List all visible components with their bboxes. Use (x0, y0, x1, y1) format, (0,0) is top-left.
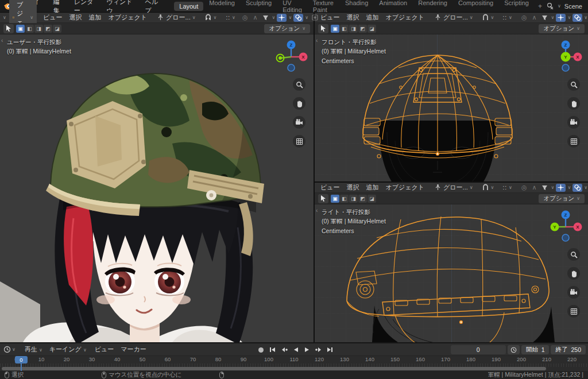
current-frame-field[interactable]: 0 (451, 345, 506, 354)
proportional-edit-icon[interactable]: ◎ (519, 13, 529, 22)
workspace-tab[interactable]: Animation (374, 0, 412, 14)
viewport-menu-item[interactable]: 選択 (66, 13, 86, 22)
proportional-edit-icon[interactable]: ◎ (519, 183, 529, 192)
select-intersect-button[interactable]: ◪ (53, 25, 61, 33)
workspace-tab-active[interactable]: Layout (174, 2, 203, 11)
show-gizmo-toggle[interactable] (556, 184, 566, 192)
toggle-grid-icon[interactable] (567, 305, 580, 318)
pivot-dropdown[interactable]: ::∨ (500, 184, 514, 191)
timeline-menu-item[interactable]: ビュー (91, 345, 118, 354)
select-set-button[interactable]: ▣ (331, 195, 339, 203)
navigation-gizmo[interactable]: Z X Y (549, 39, 582, 72)
viewport-main-canvas[interactable]: ‹ ユーザー・平行投影 (0) 軍帽 | MilitaryHelmet Z X (0, 34, 314, 342)
play-reverse-button[interactable] (291, 345, 300, 354)
navigation-gizmo[interactable]: Z X (274, 39, 308, 72)
viewport-menu-item[interactable]: 追加 (363, 183, 382, 192)
jump-to-end-button[interactable] (325, 345, 335, 354)
timeline-menu-dropdown[interactable]: 再生 ∨ (21, 345, 46, 354)
tool-options-button[interactable]: オプション∨ (539, 24, 585, 33)
visibility-filter-dropdown[interactable] (261, 14, 270, 22)
select-difference-button[interactable]: ◩ (358, 25, 367, 33)
select-difference-button[interactable]: ◩ (44, 25, 52, 33)
auto-keying-button[interactable] (256, 345, 266, 354)
pan-hand-icon[interactable] (567, 97, 580, 110)
viewport-menu-item[interactable]: 追加 (363, 13, 382, 22)
toggle-grid-icon[interactable] (293, 135, 305, 148)
orientation-dropdown[interactable]: グロー...∨ (154, 13, 198, 22)
workspace-tab[interactable]: Sculpting (241, 0, 277, 14)
timeline-ruler[interactable]: 0102030405060708090100110120130140150160… (0, 356, 588, 371)
orientation-dropdown[interactable]: グロー...∨ (432, 13, 475, 22)
use-preview-range-button[interactable] (508, 345, 520, 354)
active-tool-icon[interactable] (318, 194, 328, 203)
select-subtract-button[interactable]: ◨ (349, 195, 358, 203)
viewport-menu-item[interactable]: ビュー (317, 13, 343, 22)
workspace-tab[interactable]: Rendering (413, 0, 452, 14)
timeline-editor-caret[interactable]: ∨ (12, 347, 16, 352)
jump-to-start-button[interactable] (268, 345, 277, 354)
show-overlays-toggle[interactable] (572, 14, 582, 22)
select-extend-button[interactable]: ◧ (25, 25, 34, 33)
camera-view-icon[interactable] (293, 116, 305, 129)
viewport-menu-item[interactable]: 選択 (343, 13, 363, 22)
frame-start-field[interactable]: 開始1 (521, 345, 550, 354)
viewport-menu-item[interactable]: ビュー (317, 183, 343, 192)
workspace-tab[interactable]: Modeling (204, 0, 240, 14)
show-overlays-toggle[interactable] (572, 184, 582, 192)
viewport-front-canvas[interactable]: ‹ フロント・平行投影 (0) 軍帽 | MilitaryHelmet Cent… (315, 34, 588, 181)
select-difference-button[interactable]: ◩ (358, 195, 367, 203)
camera-view-icon[interactable] (567, 286, 580, 299)
visibility-filter-dropdown[interactable] (540, 184, 550, 192)
viewport-menu-item[interactable]: ビュー (40, 13, 66, 22)
next-keyframe-button[interactable] (314, 345, 323, 354)
viewport-menu-item[interactable]: オブジェクト (382, 13, 428, 22)
select-extend-button[interactable]: ◧ (340, 195, 349, 203)
snap-dropdown[interactable]: ∨ (479, 183, 497, 192)
sidebar-collapse-arrow[interactable]: ‹ (1, 37, 3, 44)
visibility-filter-dropdown[interactable] (540, 14, 550, 22)
select-extend-button[interactable]: ◧ (340, 25, 349, 33)
workspace-tab[interactable]: Compositing (453, 0, 498, 14)
timeline-scrollbar[interactable] (2, 367, 546, 370)
scene-icon[interactable] (547, 2, 554, 10)
timeline-menu-dropdown[interactable]: キーイング ∨ (46, 345, 90, 354)
pan-hand-icon[interactable] (293, 97, 305, 110)
play-button[interactable] (302, 345, 312, 354)
orientation-dropdown[interactable]: グロー...∨ (432, 183, 475, 192)
editor-type-caret[interactable]: ∨ (3, 16, 6, 20)
snap-dropdown[interactable]: ∨ (202, 13, 219, 22)
select-intersect-button[interactable]: ◪ (368, 25, 376, 33)
show-gizmo-toggle[interactable] (556, 14, 566, 22)
timeline-editor-type-icon[interactable] (3, 346, 11, 353)
falloff-dropdown[interactable]: ∧ (250, 13, 260, 22)
prev-keyframe-button[interactable] (279, 345, 289, 354)
sidebar-collapse-arrow[interactable]: ‹ (316, 37, 318, 44)
camera-view-icon[interactable] (567, 116, 580, 129)
add-workspace-button[interactable]: + (535, 2, 546, 10)
zoom-icon[interactable] (567, 248, 580, 261)
sidebar-collapse-arrow[interactable]: ‹ (316, 207, 318, 214)
show-overlays-toggle[interactable] (293, 14, 303, 22)
viewport-menu-item[interactable]: オブジェクト (382, 183, 428, 192)
workspace-tab[interactable]: Shading (340, 0, 373, 14)
frame-end-field[interactable]: 終了250 (551, 345, 586, 354)
pan-hand-icon[interactable] (567, 267, 580, 280)
viewport-right-canvas[interactable]: ‹ ライト・平行投影 (0) 軍帽 | MilitaryHelmet Centi… (315, 204, 588, 342)
viewport-menu-item[interactable]: 追加 (86, 13, 105, 22)
navigation-gizmo[interactable]: Z X Y (549, 209, 582, 242)
xray-toggle[interactable] (310, 14, 320, 22)
pivot-dropdown[interactable]: ::∨ (500, 14, 514, 21)
playhead[interactable]: 0 (15, 356, 28, 363)
workspace-tab[interactable]: Texture Paint (308, 0, 339, 14)
viewport-menu-item[interactable]: オブジェクト (105, 13, 151, 22)
select-set-button[interactable]: ▣ (16, 25, 25, 33)
toggle-grid-icon[interactable] (567, 135, 580, 148)
falloff-dropdown[interactable]: ∧ (530, 183, 539, 192)
tool-options-button[interactable]: オプション∨ (264, 24, 310, 33)
workspace-tab[interactable]: UV Editing (277, 0, 307, 14)
select-set-button[interactable]: ▣ (331, 25, 339, 33)
falloff-dropdown[interactable]: ∧ (530, 13, 539, 22)
proportional-edit-icon[interactable]: ◎ (240, 13, 250, 22)
scene-name-field[interactable]: Scene (564, 3, 582, 10)
active-tool-icon[interactable] (3, 24, 14, 33)
